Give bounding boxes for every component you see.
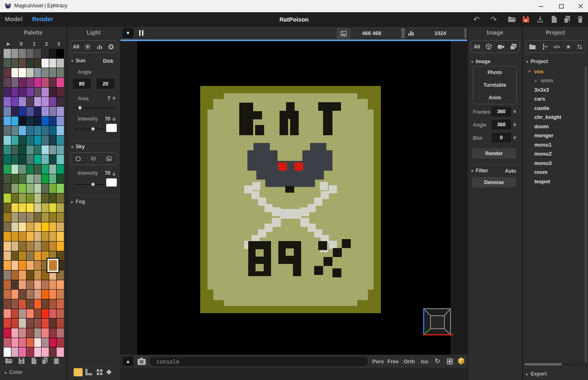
palette-swatch[interactable] [34, 193, 42, 203]
palette-swatch[interactable] [11, 145, 19, 155]
render-dropdown-button[interactable]: ▼ [122, 28, 133, 38]
palette-swatch[interactable] [42, 174, 49, 184]
palette-swatch[interactable] [42, 97, 49, 106]
palette-swatch[interactable] [34, 59, 42, 68]
sky-uniform-icon[interactable] [75, 156, 81, 162]
mode-anim[interactable]: Anim [473, 95, 516, 101]
palette-swatch[interactable] [49, 59, 57, 68]
palette-swatch[interactable] [4, 299, 11, 309]
sun-area-slider[interactable] [74, 108, 115, 108]
palette-swatch[interactable] [34, 145, 42, 155]
histogram-icon[interactable] [96, 44, 103, 50]
palette-swatch[interactable] [4, 68, 11, 77]
palette-swatch[interactable] [42, 261, 49, 270]
palette-swatch[interactable] [57, 299, 64, 309]
sun-disk-mode[interactable]: Disk [103, 58, 113, 64]
palette-swatch[interactable] [19, 193, 26, 203]
palette-swatch[interactable] [19, 145, 26, 155]
palette-swatch[interactable] [11, 347, 19, 357]
maximize-button[interactable] [554, 0, 568, 12]
palette-swatch[interactable] [34, 270, 42, 280]
palette-swatch[interactable] [11, 78, 19, 87]
code-icon[interactable]: </> [553, 44, 560, 49]
palette-swatch[interactable] [19, 203, 26, 213]
palette-swatch[interactable] [19, 97, 26, 106]
palette-swatch[interactable] [11, 280, 19, 290]
sky-color-swatch[interactable] [106, 178, 117, 187]
palette-swatch[interactable] [57, 126, 64, 135]
palette-swatch[interactable] [34, 213, 42, 222]
render-button[interactable]: Render [472, 148, 516, 158]
palette-swatch[interactable] [4, 280, 11, 290]
palette-swatch[interactable] [34, 88, 42, 97]
palette-swatch[interactable] [26, 49, 34, 58]
view-mode-orth[interactable]: Orth [404, 358, 415, 365]
palette-swatch[interactable] [42, 318, 49, 328]
palette-swatch[interactable] [19, 174, 26, 184]
palette-swatch[interactable] [57, 165, 64, 174]
palette-copy-icon[interactable] [41, 357, 48, 365]
palette-swatch[interactable] [49, 280, 57, 290]
palette-swatch[interactable] [49, 68, 57, 77]
palette-swatch[interactable] [42, 280, 49, 290]
filter-auto[interactable]: Auto [505, 168, 516, 174]
expand-console-button[interactable]: ▲ [122, 356, 133, 366]
folder-icon[interactable] [529, 44, 536, 50]
palette-swatch[interactable] [34, 299, 42, 309]
palette-swatch[interactable] [26, 328, 34, 338]
palette-swatch[interactable] [4, 116, 11, 126]
palette-swatch[interactable] [57, 184, 64, 193]
palette-swatch[interactable] [11, 155, 19, 164]
palette-swatch[interactable] [34, 165, 42, 174]
project-section-header[interactable]: ▾Project [526, 59, 548, 64]
project-item-monu1[interactable]: monu1 [523, 140, 584, 149]
palette-swatch[interactable] [34, 78, 42, 87]
palette-swatch[interactable] [49, 222, 57, 232]
palette-swatch[interactable] [19, 299, 26, 309]
palette-swatch[interactable] [4, 49, 11, 58]
palette-save-icon[interactable] [18, 357, 25, 365]
open-folder-icon[interactable] [508, 16, 516, 23]
palette-swatch[interactable] [11, 68, 19, 77]
palette-swatch[interactable] [49, 49, 57, 58]
palette-swatch[interactable] [49, 193, 57, 203]
project-item-monu3[interactable]: monu3 [523, 158, 584, 168]
palette-swatch[interactable] [49, 347, 57, 357]
angle-input[interactable]: 360 [492, 120, 511, 130]
palette-swatch[interactable] [57, 213, 64, 222]
palette-swatch[interactable] [57, 309, 64, 318]
palette-swatch[interactable] [49, 97, 57, 106]
palette-swatch[interactable] [57, 88, 64, 97]
palette-swatch[interactable] [4, 203, 11, 213]
fog-section-header[interactable]: ▸Fog [71, 199, 85, 204]
palette-swatch[interactable] [57, 78, 64, 87]
palette-swatch[interactable] [4, 232, 11, 241]
palette-swatch[interactable] [19, 78, 26, 87]
palette-paste-icon[interactable] [53, 357, 60, 365]
duplicate-icon[interactable] [563, 15, 571, 23]
palette-tab-3[interactable]: 3 [55, 41, 62, 47]
palette-swatch[interactable] [26, 270, 34, 280]
palette-swatch[interactable] [11, 242, 19, 251]
palette-swatch[interactable] [11, 126, 19, 135]
palette-swatch[interactable] [11, 193, 19, 203]
palette-swatch[interactable] [49, 107, 57, 116]
palette-swatch[interactable] [42, 251, 49, 261]
palette-play-icon[interactable]: ▶ [7, 42, 10, 46]
palette-swatch[interactable] [49, 78, 57, 87]
palette-swatch[interactable] [34, 328, 42, 338]
palette-swatch[interactable] [34, 68, 42, 77]
view-mode-iso[interactable]: Iso [421, 358, 428, 365]
palette-swatch[interactable] [11, 174, 19, 184]
palette-swatch[interactable] [19, 213, 26, 222]
palette-swatch[interactable] [57, 68, 64, 77]
current-color-swatch[interactable] [74, 368, 83, 376]
palette-swatch[interactable] [49, 260, 57, 270]
project-item-room[interactable]: room [523, 168, 584, 177]
palette-swatch[interactable] [19, 270, 26, 280]
export-section-header[interactable]: ▸Export [526, 371, 547, 377]
palette-swatch[interactable] [19, 290, 26, 299]
palette-swatch[interactable] [26, 261, 34, 270]
palette-swatch[interactable] [11, 136, 19, 145]
splitter-handle[interactable] [464, 28, 467, 38]
